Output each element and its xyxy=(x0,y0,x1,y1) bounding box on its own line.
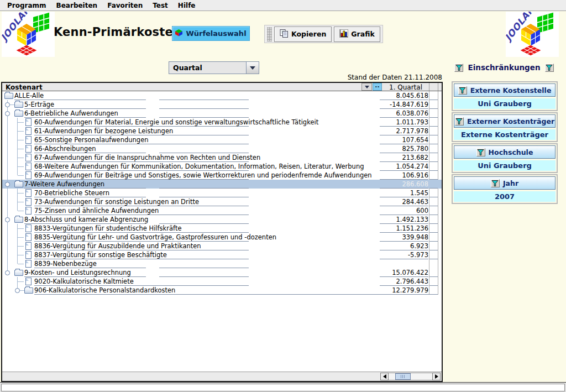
table-row[interactable]: 73-Aufwendungen für sonstige Leistungen … xyxy=(2,197,442,206)
scroll-left-button[interactable] xyxy=(380,373,389,380)
tree-guide-line xyxy=(18,246,24,247)
tree-guide-line xyxy=(18,158,24,158)
scrollbar-thumb[interactable] xyxy=(395,373,411,380)
row-value: 1.011.793 xyxy=(396,118,428,126)
row-label: 8837-Vergütung für sonstige Beschäftigte xyxy=(34,251,167,259)
filter-icon xyxy=(455,117,464,126)
row-label: 8833-Vergütungen für studentische Hilfsk… xyxy=(34,224,181,232)
header-separator xyxy=(438,83,438,91)
scroll-right-button[interactable] xyxy=(432,373,441,380)
period-combobox-dropdown-button[interactable] xyxy=(246,62,259,74)
toolbar-grip-handle[interactable] xyxy=(267,27,272,41)
row-value: 339.948 xyxy=(402,233,428,241)
table-row[interactable]: ALLE-Alle8.045.618 xyxy=(2,91,442,100)
cube-select-label: Würfelauswahl xyxy=(186,29,246,38)
restriction-button-hochschule[interactable]: Hochschule xyxy=(454,145,555,159)
tree-guide-line xyxy=(18,237,24,238)
table-row[interactable]: 7-Weitere Aufwendungen286.608 xyxy=(2,180,442,189)
application-window: ProgrammBearbeitenFavoritenTestHilfe JOO… xyxy=(0,0,566,392)
table-row[interactable]: 61-Aufwendungen für bezogene Leistungen2… xyxy=(2,127,442,135)
filter-icon[interactable] xyxy=(454,64,463,72)
table-row[interactable]: 60-Aufwendungen für Material, Energie un… xyxy=(2,118,442,127)
table-row[interactable]: 8837-Vergütung für sonstige Beschäftigte… xyxy=(2,250,442,259)
tree-guide-line xyxy=(18,166,24,167)
status-field xyxy=(1,384,565,391)
tree-expand-handle[interactable] xyxy=(5,270,10,275)
row-label: 60-Aufwendungen für Material, Energie un… xyxy=(34,118,318,126)
table-row[interactable]: 8833-Vergütungen für studentische Hilfsk… xyxy=(2,224,442,233)
document-icon xyxy=(25,118,32,126)
table-row[interactable]: 65-Sonstige Personalaufwendungen107.654 xyxy=(2,135,442,144)
table-row[interactable]: 6-Betriebliche Aufwendungen6.038.076 xyxy=(2,109,442,118)
row-label: 67-Aufwendungen für die Inanspruchnahme … xyxy=(34,154,260,161)
column-header-kostenart[interactable]: Kostenart xyxy=(6,83,43,91)
horizontal-scrollbar[interactable] xyxy=(380,373,441,380)
table-header: Kostenart .. 1. Quartal xyxy=(2,83,442,91)
copy-button[interactable]: Kopieren xyxy=(274,27,332,42)
document-icon xyxy=(25,189,32,197)
restriction-button-externer-kostentr-ger[interactable]: Externer Kostenträger xyxy=(454,114,555,128)
table-row[interactable]: 906-Kalkulatorische Personalstandardkost… xyxy=(2,286,442,295)
document-icon xyxy=(25,260,32,268)
menu-item-hilfe[interactable]: Hilfe xyxy=(173,2,201,9)
row-label: 68-Weitere Aufwendungen für Kommunikatio… xyxy=(34,163,364,170)
table-row[interactable]: 9-Kosten- und Leistungsrechnung15.076.42… xyxy=(2,268,442,277)
tree-guide-line xyxy=(18,149,24,149)
table-row[interactable]: 5-Erträge-14.847.619 xyxy=(2,100,442,109)
row-value: 1.151.236 xyxy=(396,224,428,232)
joolap-logo-left: JOOLAP xyxy=(2,12,55,57)
filter-icon xyxy=(476,148,485,156)
menu-item-favoriten[interactable]: Favoriten xyxy=(102,2,148,9)
tree-guide-line xyxy=(7,224,8,233)
filter-icon[interactable] xyxy=(545,64,554,72)
scrollbar-track[interactable] xyxy=(389,373,432,380)
restriction-button-jahr[interactable]: Jahr xyxy=(454,176,555,190)
tree-guide-line xyxy=(18,228,24,229)
table-row[interactable]: 8836-Vergütung für Auszubildende und Pra… xyxy=(2,242,442,250)
row-value: 1.054.274 xyxy=(396,163,428,170)
table-row[interactable]: 66-Abschreibungen825.780 xyxy=(2,144,442,153)
cube-icon xyxy=(175,29,182,38)
table-row[interactable]: 8835-Vergütung für Lehr- und Gastvorträg… xyxy=(2,233,442,242)
tree-expand-handle[interactable] xyxy=(5,182,10,187)
column-dropdown-button[interactable] xyxy=(361,83,372,91)
tree-guide-line xyxy=(7,206,8,215)
bar-chart-icon xyxy=(339,29,348,39)
folder-icon xyxy=(14,102,23,108)
table-row[interactable]: 67-Aufwendungen für die Inanspruchnahme … xyxy=(2,153,442,162)
restriction-button-label: Hochschule xyxy=(489,148,533,156)
row-label: 8835-Vergütung für Lehr- und Gastvorträg… xyxy=(34,233,276,241)
menu-item-programm[interactable]: Programm xyxy=(2,2,51,9)
tree-expand-handle[interactable] xyxy=(15,288,20,293)
chart-button[interactable]: Grafik xyxy=(334,27,380,42)
row-value: -14.847.619 xyxy=(390,101,428,108)
table-row[interactable]: 8839-Nebenbezüge xyxy=(2,259,442,268)
tree-expand-handle[interactable] xyxy=(5,102,10,107)
column-header-quartal[interactable]: 1. Quartal xyxy=(382,83,429,91)
chevron-down-icon xyxy=(250,66,255,70)
column-expander-button[interactable]: .. xyxy=(373,83,382,91)
restriction-button-externe-kostenstelle[interactable]: Externe Kostenstelle xyxy=(454,83,555,97)
table-row[interactable]: 69-Aufwendungen für Beiträge und Sonstig… xyxy=(2,171,442,180)
period-combobox[interactable]: Quartal xyxy=(169,61,259,74)
tree-expand-handle[interactable] xyxy=(5,111,10,116)
folder-icon xyxy=(14,111,23,117)
triangle-right-icon xyxy=(435,374,438,379)
document-icon xyxy=(25,242,32,250)
table-row[interactable]: 8-Abschluss und kamerale Abgrenzung1.492… xyxy=(2,215,442,224)
tree-expand-handle[interactable] xyxy=(5,217,10,222)
table-row[interactable]: 9020-Kalkulatorische Kaltmiete2.796.443 xyxy=(2,277,442,286)
row-value: 6.038.076 xyxy=(396,109,428,117)
cube-select-button[interactable]: Würfelauswahl xyxy=(172,26,250,41)
row-label: 73-Aufwendungen für sonstige Leistungen … xyxy=(34,198,199,206)
menu-item-bearbeiten[interactable]: Bearbeiten xyxy=(51,2,103,9)
row-rule xyxy=(34,294,430,295)
tree-guide-line xyxy=(20,290,24,291)
menu-item-test[interactable]: Test xyxy=(148,2,173,9)
row-label: 8-Abschluss und kamerale Abgrenzung xyxy=(24,216,148,223)
table-row[interactable]: 68-Weitere Aufwendungen für Kommunikatio… xyxy=(2,162,442,171)
restriction-group-externer-kostentr-ger: Externer KostenträgerExterne Kostenträge… xyxy=(452,112,558,142)
table-row[interactable]: 75-Zinsen und ähnliche Aufwendungen600 xyxy=(2,206,442,215)
table-row[interactable]: 70-Betriebliche Steuern1.545 xyxy=(2,189,442,197)
chevron-down-icon xyxy=(365,86,369,88)
